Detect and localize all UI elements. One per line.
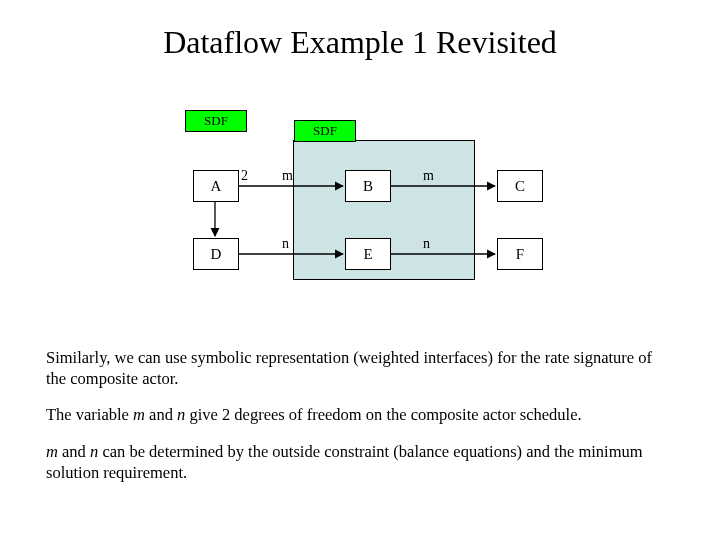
paragraph-2: The variable m and n give 2 degrees of f…	[46, 405, 674, 426]
dataflow-diagram: SDF SDF A B C D E F 2 m m n n	[185, 110, 585, 310]
paragraph-3: m and n can be determined by the outside…	[46, 442, 674, 483]
arrows-svg	[185, 110, 585, 310]
paragraph-1: Similarly, we can use symbolic represent…	[46, 348, 674, 389]
slide-title: Dataflow Example 1 Revisited	[0, 0, 720, 61]
body-text: Similarly, we can use symbolic represent…	[46, 348, 674, 499]
